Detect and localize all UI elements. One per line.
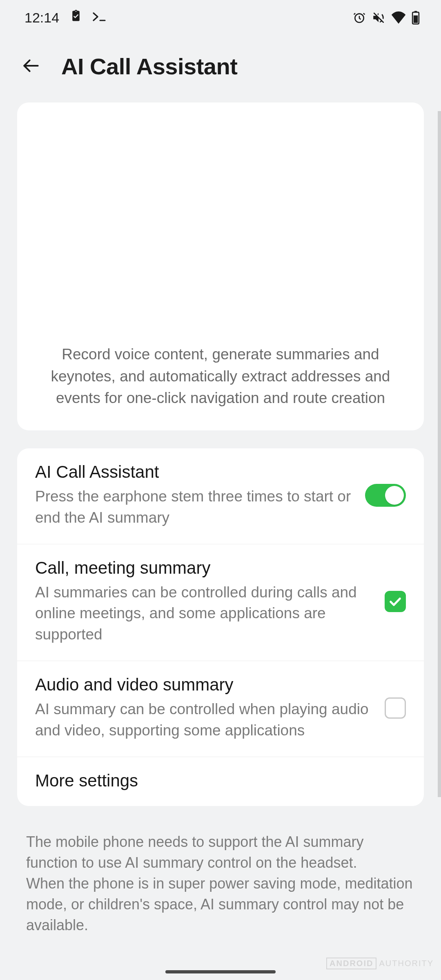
wifi-icon (391, 11, 406, 24)
clipboard-check-icon (70, 9, 82, 26)
home-indicator[interactable] (165, 970, 276, 973)
terminal-prompt-icon (93, 10, 109, 26)
battery-icon (412, 11, 420, 24)
alarm-icon (353, 11, 366, 24)
app-bar: AI Call Assistant (0, 35, 441, 102)
hero-illustration-placeholder (29, 102, 412, 343)
call-meeting-summary-checkbox[interactable] (385, 591, 406, 612)
hero-description: Record voice content, generate summaries… (29, 343, 412, 409)
status-time: 12:14 (24, 10, 59, 26)
svg-rect-4 (414, 16, 418, 23)
svg-rect-3 (414, 11, 417, 12)
row-title: AI Call Assistant (35, 462, 354, 482)
watermark-brand: ANDROID (326, 958, 376, 969)
back-arrow-icon[interactable] (20, 58, 42, 76)
row-title: Call, meeting summary (35, 558, 373, 578)
ai-call-assistant-toggle[interactable] (365, 484, 406, 507)
status-bar-left: 12:14 (24, 9, 109, 26)
status-bar-right (353, 11, 420, 24)
row-audio-video-summary[interactable]: Audio and video summary AI summary can b… (17, 661, 424, 757)
audio-video-summary-checkbox[interactable] (385, 697, 406, 719)
row-subtitle: Press the earphone stem three times to s… (35, 486, 354, 528)
footnote-text: The mobile phone needs to support the AI… (0, 824, 441, 936)
row-subtitle: AI summaries can be controlled during ca… (35, 582, 373, 645)
watermark: ANDROID AUTHORITY (326, 958, 434, 969)
row-subtitle: AI summary can be controlled when playin… (35, 699, 373, 741)
row-title: Audio and video summary (35, 675, 373, 695)
scrollbar[interactable] (438, 111, 441, 797)
hero-card: Record voice content, generate summaries… (17, 102, 424, 430)
watermark-sub: AUTHORITY (379, 959, 434, 968)
status-bar: 12:14 (0, 0, 441, 35)
page-title: AI Call Assistant (61, 53, 237, 80)
row-call-meeting-summary[interactable]: Call, meeting summary AI summaries can b… (17, 544, 424, 661)
row-ai-call-assistant[interactable]: AI Call Assistant Press the earphone ste… (17, 448, 424, 544)
vibrate-mute-icon (372, 11, 385, 24)
row-more-settings[interactable]: More settings (17, 757, 424, 806)
row-title: More settings (35, 771, 394, 791)
settings-card: AI Call Assistant Press the earphone ste… (17, 448, 424, 806)
